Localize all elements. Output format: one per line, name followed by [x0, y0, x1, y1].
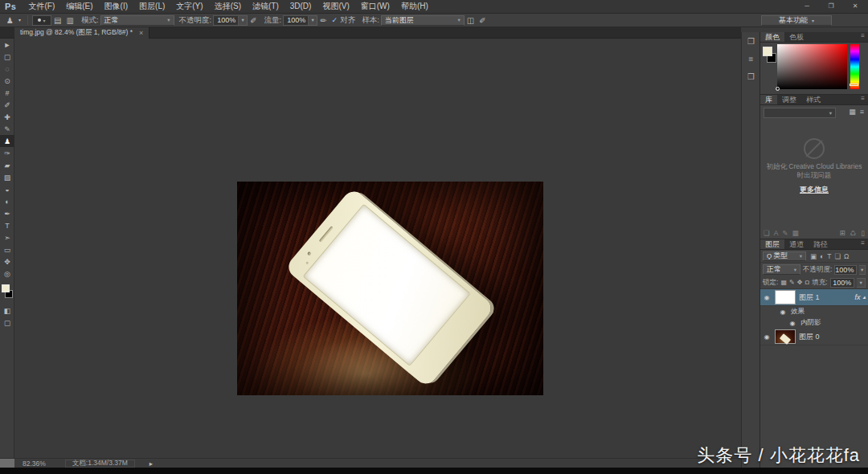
effects-group-row[interactable]: ◉ 效果: [760, 306, 868, 317]
quick-mask-button[interactable]: ◧: [0, 304, 14, 317]
visibility-eye-icon[interactable]: ◉: [762, 294, 772, 301]
new-library-icon[interactable]: ⊞: [840, 229, 845, 237]
menu-image[interactable]: 图像(I): [99, 0, 133, 13]
tool-shape[interactable]: ▭: [0, 243, 14, 255]
menu-3d[interactable]: 3D(D): [285, 0, 317, 13]
tool-path-selection[interactable]: ➣: [0, 231, 14, 243]
canvas-image[interactable]: [237, 182, 543, 395]
properties-panel-icon[interactable]: ≡: [742, 50, 760, 67]
tool-hand[interactable]: ✥: [0, 255, 14, 268]
pressure-opacity-icon[interactable]: ✐: [248, 14, 259, 27]
tool-quick-selection[interactable]: ⊙: [0, 75, 14, 87]
filter-pixel-layers-icon[interactable]: ▣: [810, 252, 817, 260]
tool-history-brush[interactable]: ✑: [0, 147, 14, 159]
panel-menu-icon[interactable]: ≡: [858, 32, 868, 42]
screen-mode-button[interactable]: ▢: [0, 317, 14, 329]
tool-dodge[interactable]: ◐: [0, 195, 14, 207]
list-view-icon[interactable]: ≡: [860, 108, 864, 116]
tool-preset-arrow-icon[interactable]: ▾: [16, 14, 23, 27]
tab-layers[interactable]: 图层: [760, 239, 784, 249]
filter-kind-select[interactable]: Ϙ 类型 ▾: [763, 251, 806, 261]
delete-icon[interactable]: ▯: [861, 229, 865, 237]
menu-help[interactable]: 帮助(H): [395, 0, 434, 13]
filter-adjustment-layers-icon[interactable]: ◐: [820, 252, 824, 260]
menu-edit[interactable]: 编辑(E): [60, 0, 98, 13]
panel-menu-icon[interactable]: ≡: [858, 239, 868, 249]
sample-select[interactable]: 当前图层 ▾: [381, 15, 465, 26]
add-graphic-icon[interactable]: ❏: [764, 229, 770, 237]
color-picker-marker[interactable]: [776, 87, 780, 91]
tab-color[interactable]: 颜色: [760, 32, 784, 42]
grid-view-icon[interactable]: ▦: [849, 108, 856, 116]
brush-preset-picker[interactable]: ▾: [32, 15, 51, 26]
restore-button[interactable]: ❐: [823, 1, 839, 11]
add-color-icon[interactable]: ▦: [792, 229, 798, 237]
tab-styles[interactable]: 样式: [801, 95, 825, 104]
menu-file[interactable]: 文件(F): [23, 0, 60, 13]
menu-view[interactable]: 视图(V): [317, 0, 354, 13]
tool-rectangular-marquee[interactable]: ▢: [0, 51, 14, 63]
menu-layer[interactable]: 图层(L): [133, 0, 170, 13]
tool-eyedropper[interactable]: ✐: [0, 99, 14, 111]
tool-zoom[interactable]: ◎: [0, 268, 14, 280]
toggle-brush-panel-icon[interactable]: ▤: [51, 14, 63, 27]
layer0-thumbnail[interactable]: [775, 329, 796, 344]
add-layer-style-icon[interactable]: ✎: [782, 229, 788, 237]
zoom-level-field[interactable]: 82.36%: [23, 460, 46, 468]
collapse-effects-icon[interactable]: ▴: [862, 294, 866, 300]
layer1-thumbnail[interactable]: [775, 290, 796, 304]
lock-all-icon[interactable]: Ω: [805, 279, 809, 286]
menu-type[interactable]: 文字(Y): [170, 0, 208, 13]
tab-libraries[interactable]: 库: [760, 95, 777, 104]
ignore-adjustment-layers-icon[interactable]: ◫: [465, 14, 477, 27]
layer-blend-mode-select[interactable]: 正常 ▾: [763, 264, 800, 275]
panel-menu-icon[interactable]: ≡: [858, 95, 868, 104]
tool-pen[interactable]: ✒: [0, 207, 14, 219]
layer-opacity-dropdown-icon[interactable]: ▾: [859, 265, 866, 275]
minimize-button[interactable]: ─: [799, 1, 815, 11]
flow-dropdown-icon[interactable]: ▾: [309, 15, 317, 26]
close-tab-icon[interactable]: ×: [139, 29, 143, 37]
aligned-checkbox[interactable]: ✓: [330, 14, 341, 27]
inner-shadow-effect-row[interactable]: ◉ 内阴影: [760, 317, 868, 329]
tool-eraser[interactable]: ▰: [0, 159, 14, 171]
flow-input[interactable]: 100%: [283, 15, 309, 26]
library-sort-select[interactable]: ▾: [764, 108, 836, 118]
tool-preset-icon[interactable]: ♟: [4, 14, 16, 27]
tool-clone-stamp[interactable]: ♟: [0, 135, 14, 147]
foreground-color-swatch[interactable]: [763, 47, 772, 56]
layer1-name[interactable]: 图层 1: [799, 292, 820, 303]
menu-select[interactable]: 选择(S): [209, 0, 247, 13]
tool-brush[interactable]: ✎: [0, 123, 14, 135]
tool-lasso[interactable]: ◌: [0, 63, 14, 75]
foreground-color-swatch[interactable]: [2, 284, 10, 292]
layer-fill-dropdown-icon[interactable]: ▾: [857, 278, 866, 288]
airbrush-icon[interactable]: ✏: [317, 14, 329, 27]
filter-shape-layers-icon[interactable]: ❏: [834, 252, 841, 260]
tool-spot-healing-brush[interactable]: ✚: [0, 111, 14, 123]
filter-smart-objects-icon[interactable]: Ω: [844, 252, 849, 260]
filter-type-layers-icon[interactable]: T: [827, 252, 831, 260]
opacity-input[interactable]: 100%: [213, 15, 239, 26]
lock-pixels-icon[interactable]: ✎: [789, 279, 795, 286]
toggle-clone-source-panel-icon[interactable]: ▥: [63, 14, 76, 27]
lock-transparency-icon[interactable]: ▦: [780, 279, 787, 286]
tab-adjustments[interactable]: 调整: [777, 95, 801, 104]
workspace-switcher[interactable]: 基本功能 ▾: [761, 15, 832, 26]
layer-opacity-input[interactable]: 100%: [834, 265, 857, 275]
close-button[interactable]: ✕: [847, 1, 863, 11]
visibility-eye-icon[interactable]: ◉: [778, 309, 788, 316]
sync-icon[interactable]: ♺: [850, 229, 857, 237]
visibility-eye-icon[interactable]: ◉: [788, 320, 797, 327]
tab-channels[interactable]: 通道: [784, 239, 809, 249]
status-options-arrow-icon[interactable]: ▸: [149, 460, 153, 468]
layer-fill-input[interactable]: 100%: [830, 278, 855, 288]
menu-filter[interactable]: 滤镜(T): [247, 0, 285, 13]
tool-gradient[interactable]: ▨: [0, 171, 14, 183]
tool-blur[interactable]: ◒: [0, 183, 14, 195]
pressure-size-icon[interactable]: ✐: [477, 14, 488, 27]
hue-slider[interactable]: [850, 44, 859, 89]
opacity-dropdown-icon[interactable]: ▾: [239, 15, 248, 26]
tab-swatches[interactable]: 色板: [784, 32, 809, 42]
layer-row-layer1[interactable]: ◉ 图层 1 fx ▴: [760, 289, 868, 306]
